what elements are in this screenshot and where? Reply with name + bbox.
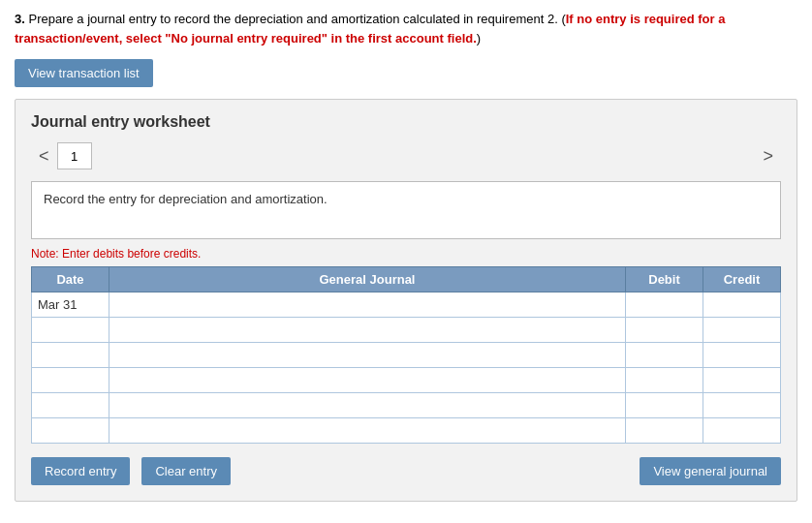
credit-input[interactable] — [707, 296, 776, 313]
table-row-journal[interactable] — [109, 292, 626, 318]
table-row-credit[interactable] — [703, 368, 781, 393]
table-row-debit[interactable] — [626, 418, 703, 444]
instruction-number: 3. — [15, 12, 25, 26]
journal-worksheet-panel: Journal entry worksheet < 1 > Record the… — [15, 99, 797, 502]
journal-input[interactable] — [113, 422, 621, 439]
debit-input[interactable] — [630, 322, 699, 338]
table-row-debit[interactable] — [626, 368, 703, 393]
table-row-journal[interactable] — [109, 343, 626, 368]
table-row-debit[interactable] — [626, 292, 703, 318]
table-row-date — [32, 318, 109, 343]
table-row-date — [32, 368, 109, 393]
date-input[interactable] — [36, 322, 105, 338]
credit-input[interactable] — [707, 397, 776, 414]
table-row-journal[interactable] — [109, 418, 626, 444]
footer-buttons: Record entry Clear entry View general jo… — [31, 457, 781, 485]
table-row-debit[interactable] — [626, 393, 703, 418]
table-row-credit[interactable] — [703, 418, 781, 444]
credit-input[interactable] — [707, 372, 776, 388]
credit-input[interactable] — [707, 347, 776, 363]
description-text: Record the entry for depreciation and am… — [44, 192, 328, 206]
page-number-box: 1 — [57, 142, 92, 169]
debit-input[interactable] — [630, 296, 699, 313]
prev-page-arrow[interactable]: < — [31, 146, 57, 167]
journal-table: Date General Journal Debit Credit Mar 31 — [31, 266, 781, 444]
journal-input[interactable] — [113, 296, 621, 313]
table-row-journal[interactable] — [109, 368, 626, 393]
instruction-end: ) — [477, 31, 481, 46]
table-row-date — [32, 393, 109, 418]
journal-input[interactable] — [113, 372, 621, 388]
journal-input[interactable] — [113, 397, 621, 414]
table-row-credit[interactable] — [703, 343, 781, 368]
page-number: 1 — [71, 149, 78, 164]
date-input[interactable] — [36, 422, 105, 439]
note-text: Note: Enter debits before credits. — [31, 247, 781, 261]
worksheet-title: Journal entry worksheet — [31, 113, 781, 131]
pagination-row: < 1 > — [31, 142, 781, 169]
col-header-credit: Credit — [703, 267, 781, 292]
instruction-text: 3. Prepare a journal entry to record the… — [15, 10, 797, 47]
record-entry-button[interactable]: Record entry — [31, 457, 130, 485]
date-input[interactable] — [36, 397, 105, 414]
debit-input[interactable] — [630, 397, 699, 414]
view-transaction-button[interactable]: View transaction list — [15, 59, 153, 87]
credit-input[interactable] — [707, 322, 776, 338]
table-row-date: Mar 31 — [32, 292, 109, 318]
date-input[interactable] — [36, 372, 105, 388]
table-row-journal[interactable] — [109, 318, 626, 343]
debit-input[interactable] — [630, 372, 699, 388]
debit-input[interactable] — [630, 347, 699, 363]
table-row-credit[interactable] — [703, 318, 781, 343]
col-header-journal: General Journal — [109, 267, 626, 292]
table-row-date — [32, 418, 109, 444]
table-row-date — [32, 343, 109, 368]
col-header-date: Date — [32, 267, 109, 292]
description-box: Record the entry for depreciation and am… — [31, 181, 781, 239]
date-input[interactable] — [36, 347, 105, 363]
table-row-debit[interactable] — [626, 343, 703, 368]
table-row-credit[interactable] — [703, 292, 781, 318]
table-row-debit[interactable] — [626, 318, 703, 343]
table-row-journal[interactable] — [109, 393, 626, 418]
credit-input[interactable] — [707, 422, 776, 439]
instruction-plain: Prepare a journal entry to record the de… — [28, 12, 565, 26]
view-general-journal-button[interactable]: View general journal — [640, 457, 781, 485]
next-page-arrow[interactable]: > — [755, 146, 781, 167]
table-row-credit[interactable] — [703, 393, 781, 418]
journal-input[interactable] — [113, 347, 621, 363]
journal-input[interactable] — [113, 322, 621, 338]
clear-entry-button[interactable]: Clear entry — [141, 457, 231, 485]
debit-input[interactable] — [630, 422, 699, 439]
col-header-debit: Debit — [626, 267, 703, 292]
